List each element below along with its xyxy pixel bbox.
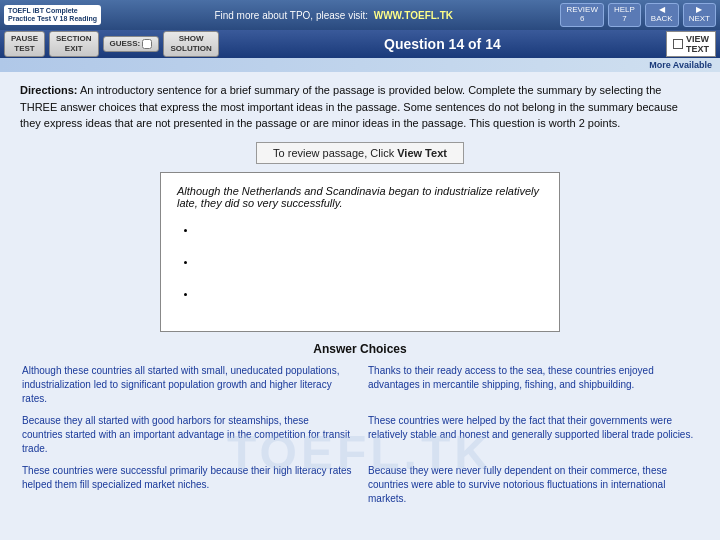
choice-3[interactable]: Because they all started with good harbo… [20,412,354,458]
summary-bullet-3[interactable] [197,287,543,301]
guess-button[interactable]: GUESS: [103,36,160,52]
summary-bullet-2[interactable] [197,255,543,269]
section-exit-button[interactable]: SECTION EXIT [49,31,99,56]
top-bar: TOEFL iBT Complete Practice Test V 18 Re… [0,0,720,30]
choice-1[interactable]: Although these countries all started wit… [20,362,354,408]
toefl-link[interactable]: WWW.TOEFL.TK [374,10,453,21]
summary-intro-text: Although the Netherlands and Scandinavia… [177,185,543,209]
directions-label: Directions: [20,84,77,96]
pause-test-button[interactable]: PAUSE TEST [4,31,45,56]
answer-choices-title: Answer Choices [20,342,700,356]
back-button[interactable]: ◀ BACK [645,3,679,27]
choices-grid: Although these countries all started wit… [20,362,700,508]
view-text-button[interactable]: VIEW TEXT [666,31,716,57]
show-solution-button[interactable]: SHOW SOLUTION [163,31,218,56]
more-available-label: More Available [649,60,712,70]
more-available-bar: More Available [0,58,720,72]
main-content: Directions: An introductory sentence for… [0,72,720,540]
next-button[interactable]: ▶ NEXT [683,3,716,27]
guess-checkbox[interactable] [142,39,152,49]
directions-text: Directions: An introductory sentence for… [20,82,700,132]
summary-bullets [177,223,543,301]
toolbar: PAUSE TEST SECTION EXIT GUESS: SHOW SOLU… [0,30,720,58]
view-text-checkbox-icon [673,39,683,49]
top-icons: REVIEW 6 HELP 7 ◀ BACK ▶ NEXT [560,3,716,27]
review-button[interactable]: REVIEW 6 [560,3,604,27]
top-center-text: Find more about TPO, please visit: WWW.T… [107,10,560,21]
choice-2[interactable]: Thanks to their ready access to the sea,… [366,362,700,408]
summary-box: Although the Netherlands and Scandinavia… [160,172,560,332]
summary-bullet-1[interactable] [197,223,543,237]
review-btn-row: To review passage, Click View Text [20,142,700,164]
review-passage-button[interactable]: To review passage, Click View Text [256,142,464,164]
question-counter: Question 14 of 14 [223,36,662,52]
choice-4[interactable]: These countries were helped by the fact … [366,412,700,458]
help-button[interactable]: HELP 7 [608,3,641,27]
logo-text: TOEFL iBT Complete Practice Test V 18 Re… [8,7,97,24]
choice-5[interactable]: These countries were successful primaril… [20,462,354,508]
logo: TOEFL iBT Complete Practice Test V 18 Re… [4,5,101,26]
choice-6[interactable]: Because they were never fully dependent … [366,462,700,508]
